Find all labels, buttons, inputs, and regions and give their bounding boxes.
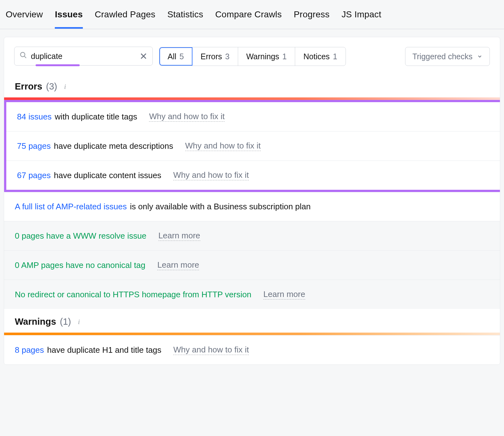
issue-row-zero[interactable]: 0 pages have a WWW resolve issue Learn m… — [4, 221, 500, 250]
issue-text: have duplicate meta descriptions — [54, 141, 173, 151]
learn-more-link[interactable]: Learn more — [263, 289, 305, 299]
section-count: (3) — [46, 81, 57, 92]
filter-notices[interactable]: Notices 1 — [295, 47, 345, 66]
issue-text: have duplicate H1 and title tags — [47, 345, 162, 355]
clear-icon[interactable]: ✕ — [140, 51, 147, 62]
search-input[interactable] — [31, 52, 140, 61]
fix-link[interactable]: Why and how to fix it — [173, 345, 249, 355]
filter-label: Warnings — [246, 52, 279, 61]
filter-warnings[interactable]: Warnings 1 — [238, 47, 295, 66]
issue-count-link[interactable]: 84 issues — [17, 112, 52, 122]
issue-text: with duplicate title tags — [55, 112, 137, 122]
section-title: Errors — [15, 81, 42, 92]
warnings-header: Warnings (1) i — [4, 309, 500, 333]
select-label: Triggered checks — [412, 52, 472, 61]
highlighted-errors: 84 issues with duplicate title tags Why … — [4, 100, 500, 192]
tab-overview[interactable]: Overview — [6, 7, 43, 29]
warnings-gradient-bar — [4, 333, 500, 335]
issue-row[interactable]: 75 pages have duplicate meta description… — [6, 131, 500, 160]
fix-link[interactable]: Why and how to fix it — [149, 112, 225, 122]
issue-text: No redirect or canonical to HTTPS homepa… — [15, 290, 251, 299]
issue-row[interactable]: 84 issues with duplicate title tags Why … — [6, 102, 500, 131]
tab-bar: Overview Issues Crawled Pages Statistics… — [0, 0, 504, 29]
issue-count-link[interactable]: 75 pages — [17, 141, 51, 151]
issue-text: 0 pages have a WWW resolve issue — [15, 231, 146, 241]
issue-row[interactable]: 8 pages have duplicate H1 and title tags… — [4, 335, 500, 364]
triggered-checks-select[interactable]: Triggered checks — [405, 47, 490, 66]
fix-link[interactable]: Why and how to fix it — [185, 141, 261, 151]
tab-compare-crawls[interactable]: Compare Crawls — [215, 7, 282, 29]
amp-link[interactable]: A full list of AMP-related issues — [15, 202, 127, 212]
section-count: (1) — [60, 317, 71, 327]
filter-label: Errors — [201, 52, 222, 61]
fix-link[interactable]: Why and how to fix it — [173, 170, 249, 180]
filter-label: All — [168, 52, 176, 61]
issue-text: have duplicate content issues — [54, 171, 161, 180]
issue-count-link[interactable]: 8 pages — [15, 345, 44, 355]
learn-more-link[interactable]: Learn more — [158, 231, 200, 241]
section-title: Warnings — [15, 317, 56, 327]
filter-count: 5 — [180, 52, 184, 61]
learn-more-link[interactable]: Learn more — [157, 260, 199, 270]
search-icon — [20, 51, 27, 61]
search-field[interactable]: ✕ — [14, 47, 153, 66]
tab-js-impact[interactable]: JS Impact — [341, 7, 381, 29]
filter-count: 3 — [225, 52, 230, 61]
errors-gradient-bar — [4, 97, 500, 100]
filter-count: 1 — [282, 52, 287, 61]
toolbar: ✕ All 5 Errors 3 Warnings 1 Notices 1 — [4, 37, 500, 74]
filter-errors[interactable]: Errors 3 — [192, 47, 238, 66]
svg-line-1 — [25, 56, 26, 58]
filter-count: 1 — [333, 52, 337, 61]
issue-count-link[interactable]: 67 pages — [17, 171, 51, 180]
chevron-down-icon — [477, 52, 483, 61]
filter-label: Notices — [303, 52, 329, 61]
issue-row[interactable]: 67 pages have duplicate content issues W… — [6, 160, 500, 190]
amp-text: is only available with a Business subscr… — [130, 202, 311, 212]
issue-row-zero[interactable]: 0 AMP pages have no canonical tag Learn … — [4, 250, 500, 280]
highlight-underline — [36, 64, 80, 66]
filter-pill-group: All 5 Errors 3 Warnings 1 Notices 1 — [159, 47, 346, 66]
issue-row-zero[interactable]: No redirect or canonical to HTTPS homepa… — [4, 280, 500, 309]
info-icon[interactable]: i — [75, 318, 83, 326]
issues-card: ✕ All 5 Errors 3 Warnings 1 Notices 1 — [4, 37, 500, 365]
tab-progress[interactable]: Progress — [294, 7, 329, 29]
info-icon[interactable]: i — [61, 83, 69, 91]
issue-text: 0 AMP pages have no canonical tag — [15, 260, 145, 270]
svg-point-0 — [20, 52, 25, 57]
tab-statistics[interactable]: Statistics — [167, 7, 203, 29]
errors-header: Errors (3) i — [4, 74, 500, 97]
amp-upsell-row[interactable]: A full list of AMP-related issues is onl… — [4, 192, 500, 221]
tab-crawled-pages[interactable]: Crawled Pages — [95, 7, 155, 29]
tab-issues[interactable]: Issues — [55, 7, 83, 29]
filter-all[interactable]: All 5 — [159, 47, 192, 66]
